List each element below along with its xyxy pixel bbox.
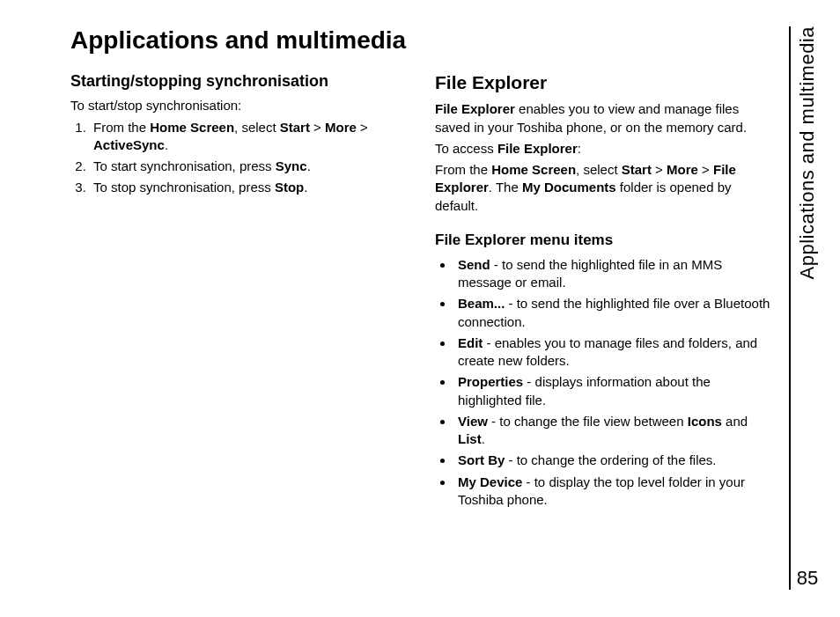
subheading-menu-items: File Explorer menu items <box>435 231 775 251</box>
menu-item: Beam... - to send the highlighted file o… <box>454 295 775 331</box>
sync-step: To stop synchronisation, press Stop. <box>90 179 410 196</box>
sync-step: From the Home Screen, select Start > Mor… <box>90 119 410 155</box>
right-column: File Explorer File Explorer enables you … <box>435 70 775 512</box>
sync-step: To start synchronisation, press Sync. <box>90 158 410 175</box>
sync-steps-list: From the Home Screen, select Start > Mor… <box>70 119 410 197</box>
side-tab: Applications and multimedia 85 <box>789 26 819 590</box>
side-tab-label: Applications and multimedia <box>796 26 819 279</box>
menu-item: Send - to send the highlighted file in a… <box>454 256 775 292</box>
menu-item: View - to change the file view between I… <box>454 413 775 449</box>
page-title: Applications and multimedia <box>70 26 775 55</box>
menu-item: Edit - enables you to manage files and f… <box>454 334 775 371</box>
menu-item: My Device - to display the top level fol… <box>454 474 775 510</box>
section-heading-sync: Starting/stopping synchronisation <box>70 70 410 92</box>
menu-item: Properties - displays information about … <box>454 373 775 409</box>
file-explorer-access-label: To access File Explorer: <box>435 140 775 158</box>
section-heading-file-explorer: File Explorer <box>435 70 775 95</box>
left-column: Starting/stopping synchronisation To sta… <box>70 70 410 512</box>
file-explorer-intro: File Explorer enables you to view and ma… <box>435 100 775 136</box>
menu-item: Sort By - to change the ordering of the … <box>454 452 775 469</box>
page-number: 85 <box>797 567 818 590</box>
menu-items-list: Send - to send the highlighted file in a… <box>435 256 775 509</box>
sync-intro: To start/stop synchronisation: <box>70 97 410 114</box>
page-content: Applications and multimedia Starting/sto… <box>70 26 775 512</box>
two-column-layout: Starting/stopping synchronisation To sta… <box>70 70 775 512</box>
file-explorer-access-body: From the Home Screen, select Start > Mor… <box>435 161 775 215</box>
